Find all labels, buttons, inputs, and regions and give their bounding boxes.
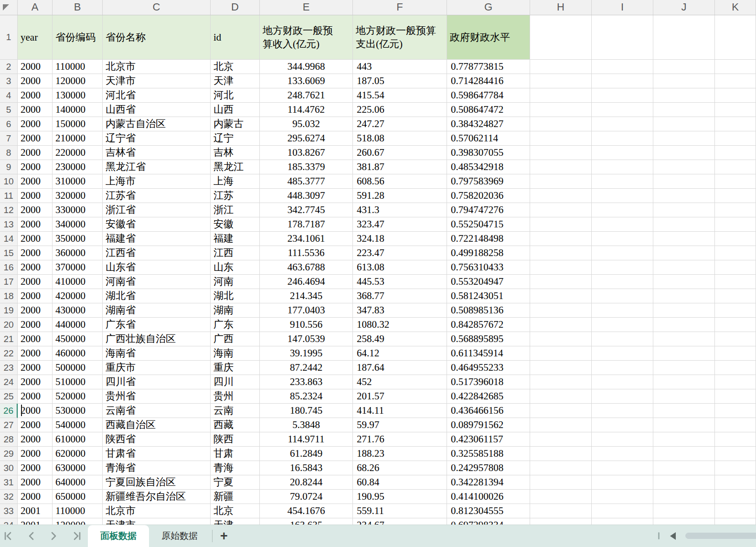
cell-F12[interactable]: 431.3 — [353, 203, 447, 217]
cell-C21[interactable]: 广西壮族自治区 — [103, 332, 211, 346]
empty-cell[interactable] — [653, 432, 715, 447]
cell-E29[interactable]: 61.2849 — [260, 447, 353, 461]
cell-C28[interactable]: 陕西省 — [103, 432, 211, 447]
empty-cell[interactable] — [592, 260, 653, 275]
cell-D14[interactable]: 福建 — [211, 232, 260, 246]
empty-cell[interactable] — [715, 88, 756, 103]
cell-D31[interactable]: 宁夏 — [211, 475, 260, 490]
cell-B31[interactable]: 640000 — [53, 475, 103, 490]
empty-cell[interactable] — [715, 160, 756, 174]
horizontal-scrollbar-thumb[interactable] — [685, 533, 756, 539]
cell-B6[interactable]: 150000 — [53, 117, 103, 131]
empty-cell[interactable] — [530, 389, 592, 404]
cell-D4[interactable]: 河北 — [211, 88, 260, 103]
cell-F14[interactable]: 324.18 — [353, 232, 447, 246]
cell-C5[interactable]: 山西省 — [103, 103, 211, 117]
row-header-9[interactable]: 9 — [0, 160, 18, 174]
cell-D17[interactable]: 河南 — [211, 275, 260, 289]
cell-D30[interactable]: 青海 — [211, 461, 260, 475]
empty-cell[interactable] — [592, 131, 653, 146]
empty-cell[interactable] — [530, 461, 592, 475]
cell-G12[interactable]: 0.794747276 — [447, 203, 530, 217]
row-header-3[interactable]: 3 — [0, 74, 18, 88]
empty-cell[interactable] — [592, 174, 653, 189]
cell-E32[interactable]: 79.0724 — [260, 490, 353, 504]
empty-cell[interactable] — [592, 146, 653, 160]
cell-G22[interactable]: 0.611345914 — [447, 346, 530, 361]
empty-cell[interactable] — [592, 60, 653, 74]
cell-B13[interactable]: 340000 — [53, 217, 103, 232]
empty-cell[interactable] — [715, 404, 756, 418]
empty-cell[interactable] — [715, 475, 756, 490]
cell-C14[interactable]: 福建省 — [103, 232, 211, 246]
next-sheet-button[interactable] — [50, 531, 58, 541]
empty-cell[interactable] — [530, 332, 592, 346]
row-header-23[interactable]: 23 — [0, 361, 18, 375]
row-header-12[interactable]: 12 — [0, 203, 18, 217]
cell-D2[interactable]: 北京 — [211, 60, 260, 74]
cell-E30[interactable]: 16.5843 — [260, 461, 353, 475]
cell-D13[interactable]: 安徽 — [211, 217, 260, 232]
header-cell-id[interactable]: id — [211, 15, 260, 60]
empty-cell[interactable] — [653, 74, 715, 88]
empty-cell[interactable] — [530, 189, 592, 203]
empty-cell[interactable] — [530, 146, 592, 160]
cell-A13[interactable]: 2000 — [18, 217, 53, 232]
cell-E16[interactable]: 463.6788 — [260, 260, 353, 275]
cell-B28[interactable]: 610000 — [53, 432, 103, 447]
empty-cell[interactable] — [592, 518, 653, 525]
cell-G14[interactable]: 0.722148498 — [447, 232, 530, 246]
cell-F33[interactable]: 559.11 — [353, 504, 447, 518]
empty-cell[interactable] — [653, 217, 715, 232]
empty-cell[interactable] — [715, 103, 756, 117]
empty-cell[interactable] — [653, 318, 715, 332]
cell-A18[interactable]: 2000 — [18, 289, 53, 303]
cell-F19[interactable]: 347.83 — [353, 303, 447, 318]
empty-cell[interactable] — [653, 475, 715, 490]
cell-F22[interactable]: 64.12 — [353, 346, 447, 361]
cell-E19[interactable]: 177.0403 — [260, 303, 353, 318]
cell-B20[interactable]: 440000 — [53, 318, 103, 332]
cell-C16[interactable]: 山东省 — [103, 260, 211, 275]
column-header-C[interactable]: C — [103, 0, 211, 15]
last-sheet-button[interactable] — [73, 531, 81, 541]
empty-cell[interactable] — [715, 518, 756, 525]
empty-cell[interactable] — [530, 361, 592, 375]
empty-cell[interactable] — [653, 461, 715, 475]
cell-B30[interactable]: 630000 — [53, 461, 103, 475]
header-cell-code[interactable]: 省份编码 — [53, 15, 103, 60]
empty-cell[interactable] — [653, 60, 715, 74]
empty-cell[interactable] — [530, 418, 592, 432]
cell-G11[interactable]: 0.758202036 — [447, 189, 530, 203]
empty-cell[interactable] — [715, 146, 756, 160]
first-sheet-button[interactable] — [4, 531, 12, 541]
empty-cell[interactable] — [715, 289, 756, 303]
cell-A26[interactable]: 2000 — [18, 404, 53, 418]
cell-B10[interactable]: 310000 — [53, 174, 103, 189]
empty-cell[interactable] — [653, 346, 715, 361]
row-header-5[interactable]: 5 — [0, 103, 18, 117]
cell-F15[interactable]: 223.47 — [353, 246, 447, 260]
row-header-6[interactable]: 6 — [0, 117, 18, 131]
empty-cell[interactable] — [715, 217, 756, 232]
empty-cell[interactable] — [592, 103, 653, 117]
cell-A20[interactable]: 2000 — [18, 318, 53, 332]
cell-E20[interactable]: 910.556 — [260, 318, 353, 332]
cell-G6[interactable]: 0.384324827 — [447, 117, 530, 131]
cell-E7[interactable]: 295.6274 — [260, 131, 353, 146]
cell-F4[interactable]: 415.54 — [353, 88, 447, 103]
cell-C24[interactable]: 四川省 — [103, 375, 211, 389]
empty-cell[interactable] — [592, 461, 653, 475]
cell-G5[interactable]: 0.508647472 — [447, 103, 530, 117]
row-header-21[interactable]: 21 — [0, 332, 18, 346]
column-header-D[interactable]: D — [211, 0, 260, 15]
cell-E26[interactable]: 180.745 — [260, 404, 353, 418]
cell-G31[interactable]: 0.342281394 — [447, 475, 530, 490]
row-header-16[interactable]: 16 — [0, 260, 18, 275]
empty-cell[interactable] — [715, 361, 756, 375]
cell-D19[interactable]: 湖南 — [211, 303, 260, 318]
cell-E23[interactable]: 87.2442 — [260, 361, 353, 375]
empty-cell[interactable] — [592, 490, 653, 504]
cell-A34[interactable]: 2001 — [18, 518, 53, 525]
cell-A28[interactable]: 2000 — [18, 432, 53, 447]
